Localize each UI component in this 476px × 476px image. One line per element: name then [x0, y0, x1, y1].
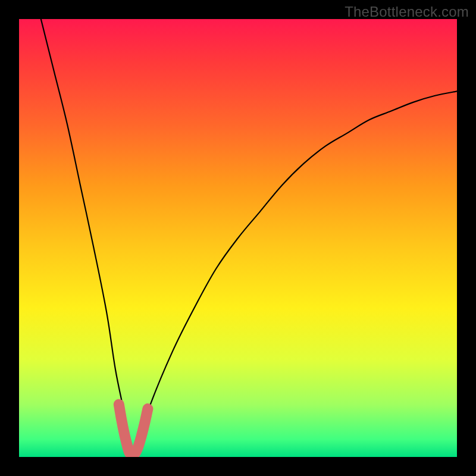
curve-layer: [19, 19, 457, 457]
watermark-text: TheBottleneck.com: [345, 4, 469, 20]
bottleneck-curve: [41, 19, 457, 453]
sweet-spot-segment: [119, 405, 148, 455]
outer-frame: TheBottleneck.com: [0, 0, 476, 476]
plot-area: [19, 19, 457, 457]
